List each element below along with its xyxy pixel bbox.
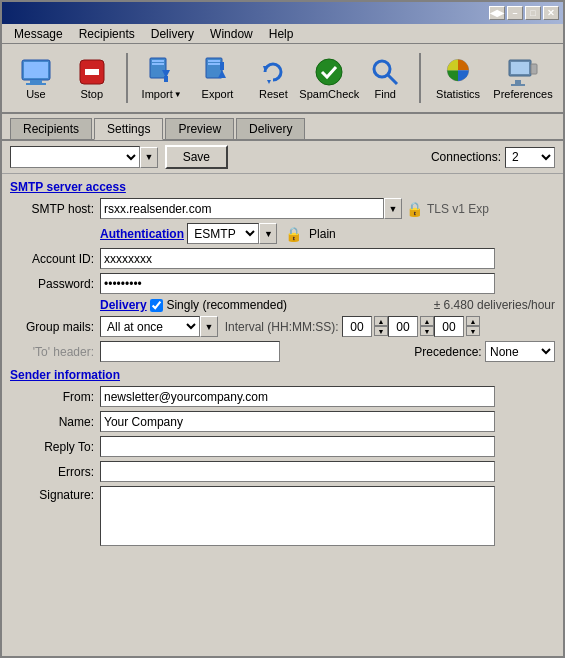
smtp-section-link[interactable]: SMTP server access [10, 180, 126, 194]
menu-recipients[interactable]: Recipients [71, 25, 143, 43]
find-icon [369, 56, 401, 88]
title-bar-buttons: ◀▶ – □ ✕ [489, 6, 559, 20]
interval-h-spinner[interactable]: ▲ ▼ [374, 316, 388, 337]
from-input[interactable] [100, 386, 495, 407]
delivery-link[interactable]: Delivery [100, 298, 147, 312]
main-window: ◀▶ – □ ✕ Message Recipients Delivery Win… [0, 0, 565, 658]
find-label: Find [375, 88, 396, 100]
interval-s-up[interactable]: ▲ [466, 316, 480, 326]
export-label: Export [202, 88, 234, 100]
svg-rect-7 [152, 60, 164, 62]
interval-s-spinner[interactable]: ▲ ▼ [466, 316, 480, 337]
spamcheck-button[interactable]: SpamCheck [303, 53, 355, 103]
auth-method-dropdown[interactable]: ESMTP SMTP None [187, 223, 259, 244]
group-mails-dropdown[interactable]: All at once By domain Custom [100, 316, 200, 337]
svg-point-18 [316, 59, 342, 85]
tab-preview[interactable]: Preview [165, 118, 234, 139]
sender-section-link[interactable]: Sender information [10, 368, 120, 382]
name-input[interactable] [100, 411, 495, 432]
delivery-checkbox[interactable] [150, 299, 163, 312]
import-button[interactable]: Import ▼ [136, 53, 188, 103]
tab-recipients[interactable]: Recipients [10, 118, 92, 139]
settings-toolbar: ▼ Save Connections: 2 1 3 4 [2, 141, 563, 174]
authentication-row: Authentication ESMTP SMTP None ▼ 🔒 Plain [10, 223, 555, 244]
toolbar-separator-1 [126, 53, 128, 103]
reply-to-input[interactable] [100, 436, 495, 457]
authentication-link[interactable]: Authentication [100, 227, 184, 241]
smtp-section-header: SMTP server access [10, 180, 555, 194]
profile-dropdown-arrow[interactable]: ▼ [140, 147, 158, 168]
name-row: Name: [10, 411, 555, 432]
menu-window[interactable]: Window [202, 25, 261, 43]
statistics-icon [442, 56, 474, 88]
profile-dropdown[interactable] [10, 146, 140, 168]
interval-s-input[interactable] [434, 316, 464, 337]
group-mails-arrow[interactable]: ▼ [200, 316, 218, 337]
interval-m-up[interactable]: ▲ [420, 316, 434, 326]
account-id-input[interactable] [100, 248, 495, 269]
errors-input[interactable] [100, 461, 495, 482]
interval-s-down[interactable]: ▼ [466, 326, 480, 336]
delivery-rate: ± 6.480 deliveries/hour [434, 298, 555, 312]
svg-point-19 [374, 61, 390, 77]
delivery-label-spacer [10, 298, 100, 312]
auth-label-spacer [10, 227, 100, 241]
to-header-input[interactable] [100, 341, 280, 362]
tab-delivery[interactable]: Delivery [236, 118, 305, 139]
name-label: Name: [10, 415, 100, 429]
interval-seconds: ▲ ▼ [434, 316, 480, 337]
nav-button[interactable]: ◀▶ [489, 6, 505, 20]
use-button[interactable]: Use [10, 53, 62, 103]
precedence-dropdown[interactable]: None Bulk List [485, 341, 555, 362]
export-button[interactable]: Export [192, 53, 244, 103]
from-row: From: [10, 386, 555, 407]
maximize-button[interactable]: □ [525, 6, 541, 20]
connections-dropdown[interactable]: 2 1 3 4 [505, 147, 555, 168]
group-label: Group mails: [10, 320, 100, 334]
svg-rect-5 [85, 69, 99, 75]
interval-h-down[interactable]: ▼ [374, 326, 388, 336]
from-label: From: [10, 390, 100, 404]
interval-h-up[interactable]: ▲ [374, 316, 388, 326]
svg-marker-17 [267, 80, 271, 84]
auth-method-dropdown-arrow[interactable]: ▼ [259, 223, 277, 244]
save-button[interactable]: Save [165, 145, 228, 169]
interval-m-spinner[interactable]: ▲ ▼ [420, 316, 434, 337]
preferences-icon [507, 56, 539, 88]
minimize-button[interactable]: – [507, 6, 523, 20]
menu-help[interactable]: Help [261, 25, 302, 43]
password-row: Password: [10, 273, 555, 294]
connections-area: Connections: 2 1 3 4 [431, 147, 555, 168]
spamcheck-label: SpamCheck [299, 88, 359, 100]
menu-delivery[interactable]: Delivery [143, 25, 202, 43]
account-id-row: Account ID: [10, 248, 555, 269]
signature-input[interactable] [100, 486, 495, 546]
close-button[interactable]: ✕ [543, 6, 559, 20]
export-icon [202, 56, 234, 88]
spamcheck-icon [313, 56, 345, 88]
tab-settings[interactable]: Settings [94, 118, 163, 140]
smtp-host-label: SMTP host: [10, 202, 100, 216]
svg-line-20 [388, 75, 397, 84]
find-button[interactable]: Find [359, 53, 411, 103]
singly-label: Singly (recommended) [166, 298, 287, 312]
svg-rect-26 [511, 84, 525, 86]
stop-icon [76, 56, 108, 88]
statistics-button[interactable]: Statistics [429, 53, 487, 103]
stop-button[interactable]: Stop [66, 53, 118, 103]
reset-button[interactable]: Reset [247, 53, 299, 103]
interval-m-input[interactable] [388, 316, 418, 337]
tls-label: TLS v1 Exp [427, 202, 489, 216]
password-label: Password: [10, 277, 100, 291]
menu-message[interactable]: Message [6, 25, 71, 43]
smtp-host-input[interactable] [100, 198, 384, 219]
auth-plain-label: Plain [309, 227, 336, 241]
reset-icon [257, 56, 289, 88]
settings-content: SMTP server access SMTP host: document.c… [2, 174, 563, 656]
smtp-host-dropdown-btn[interactable]: ▼ [384, 198, 402, 219]
preferences-button[interactable]: Preferences [491, 53, 555, 103]
interval-m-down[interactable]: ▼ [420, 326, 434, 336]
interval-h-input[interactable] [342, 316, 372, 337]
password-input[interactable] [100, 273, 495, 294]
errors-label: Errors: [10, 465, 100, 479]
